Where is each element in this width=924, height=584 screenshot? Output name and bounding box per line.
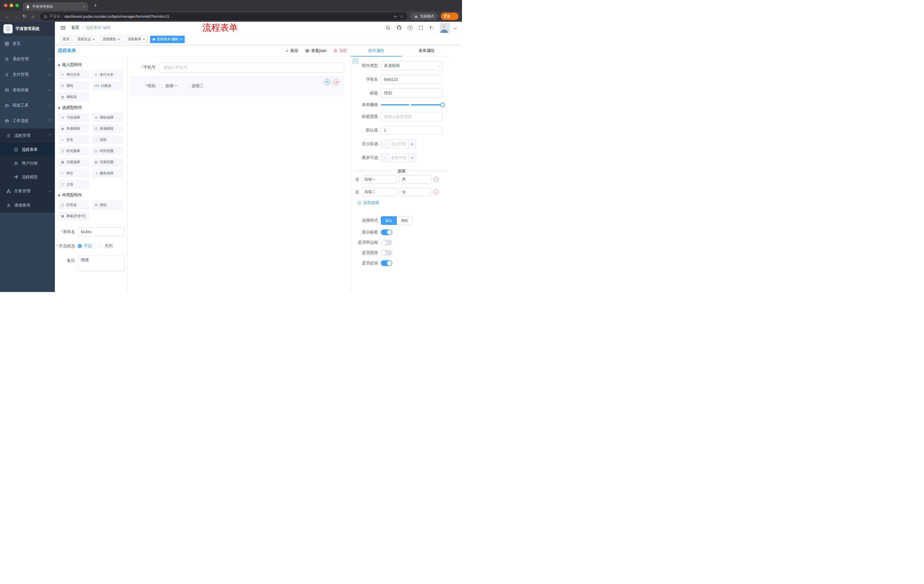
back-icon[interactable]: ← xyxy=(3,13,11,20)
gender-option-1[interactable]: 选项一 xyxy=(159,84,177,89)
tag-process-definition[interactable]: 流程定义 × xyxy=(74,36,97,43)
option-label-input[interactable] xyxy=(361,175,397,184)
tag-close-icon[interactable]: × xyxy=(143,38,145,41)
component-item-color-picker[interactable]: ◑颜色选择 xyxy=(92,169,123,178)
sidebar-item-task-management[interactable]: 任务管理 xyxy=(0,184,55,198)
component-item-rate[interactable]: ☆评分 xyxy=(58,169,89,178)
help-icon[interactable]: ? xyxy=(408,25,412,30)
breadcrumb-home[interactable]: 首页 xyxy=(71,25,79,30)
style-default-button[interactable]: 默认 xyxy=(381,216,397,225)
style-button-button[interactable]: 按钮 xyxy=(397,216,412,225)
decrease-button[interactable]: − xyxy=(381,140,389,148)
sidebar-item-home[interactable]: 首页 xyxy=(0,36,55,51)
browser-tab[interactable]: 芋道管理系统 × xyxy=(23,2,88,11)
component-item-time-picker[interactable]: ◷时间选择 xyxy=(58,146,89,155)
tag-process-form-edit[interactable]: 流程表单-编辑 × xyxy=(150,36,185,43)
gender-option-2[interactable]: 选项二 xyxy=(185,84,203,89)
home-icon[interactable]: ⌂ xyxy=(29,13,36,20)
component-item-date-range[interactable]: ▥日期范围 xyxy=(92,158,123,166)
font-size-icon[interactable]: T↕ xyxy=(429,25,434,30)
window-zoom-button[interactable] xyxy=(15,4,19,7)
delete-component-button[interactable] xyxy=(333,79,339,85)
min-select-value[interactable]: 至少应选 xyxy=(389,140,408,148)
component-item-cascader[interactable]: ⋔级联选择 xyxy=(92,113,123,122)
reload-icon[interactable]: ↻ xyxy=(21,13,28,20)
component-item-date-picker[interactable]: ▦日期选择 xyxy=(58,158,89,166)
slider-handle[interactable] xyxy=(440,102,445,107)
canvas-field-gender-selected[interactable]: *性别 选项一 选项二 xyxy=(130,76,344,97)
window-close-button[interactable] xyxy=(4,4,7,7)
remove-option-button[interactable]: − xyxy=(434,177,439,182)
sidebar-item-system[interactable]: 系统管理 xyxy=(0,51,55,67)
label-width-input[interactable] xyxy=(381,112,442,121)
component-item-slider[interactable]: ↔滑块 xyxy=(92,135,123,144)
component-item-multi-line-text[interactable]: ≡多行文本 xyxy=(92,70,123,79)
component-item-password[interactable]: ⊡密码 xyxy=(58,81,89,90)
component-item-time-range[interactable]: ◴时间范围 xyxy=(92,146,123,155)
data-binding-link-button[interactable] xyxy=(353,58,358,64)
tag-home[interactable]: 首页 xyxy=(60,36,72,43)
status-radio-on[interactable]: 开启 xyxy=(78,243,92,248)
component-item-row-container[interactable]: ◫行容器 xyxy=(58,201,89,209)
tab-form-props[interactable]: 表单属性 xyxy=(401,45,452,56)
sidebar-item-leave-query[interactable]: 请假查询 xyxy=(0,198,55,212)
drag-handle-icon[interactable] xyxy=(355,190,360,194)
field-name-input[interactable] xyxy=(381,75,442,84)
option-value-input[interactable] xyxy=(399,175,431,184)
tag-process-model[interactable]: 流程模型 × xyxy=(100,36,122,43)
key-icon[interactable] xyxy=(393,14,398,18)
sidebar-item-infrastructure[interactable]: 基础设施 xyxy=(0,82,55,98)
sidebar-item-process-management[interactable]: 流程管理 xyxy=(0,128,55,143)
sidebar-item-workflow[interactable]: 工作流程 xyxy=(0,113,55,128)
increase-button[interactable]: + xyxy=(408,153,416,162)
disabled-switch[interactable] xyxy=(381,250,392,256)
component-item-upload[interactable]: ↥上传 xyxy=(58,180,89,189)
default-value-input[interactable] xyxy=(381,126,442,135)
tab-close-icon[interactable]: × xyxy=(83,5,85,9)
border-switch[interactable] xyxy=(381,240,392,245)
decrease-button[interactable]: − xyxy=(381,153,389,162)
remove-option-button[interactable]: − xyxy=(434,189,439,194)
sidebar-item-payment[interactable]: 支付管理 xyxy=(0,67,55,82)
avatar[interactable] xyxy=(440,23,450,33)
tag-close-icon[interactable]: × xyxy=(118,38,120,41)
forward-icon[interactable]: → xyxy=(12,13,20,20)
tab-component-props[interactable]: 组件属性 xyxy=(351,45,401,56)
increase-button[interactable]: + xyxy=(408,140,416,148)
address-bar[interactable]: 不安全 dashboard.yudao.iocoder.cn/bpm/manag… xyxy=(40,12,407,20)
component-item-button[interactable]: ⊞按钮 xyxy=(92,201,123,209)
component-item-counter[interactable]: 123计数器 xyxy=(92,81,123,90)
bookmark-star-icon[interactable]: ☆ xyxy=(400,14,403,18)
grid-slider[interactable] xyxy=(381,104,442,105)
component-item-radio-group[interactable]: ◉单选框组 xyxy=(58,124,89,133)
sidebar-toggle-icon[interactable] xyxy=(59,25,67,31)
component-item-editor[interactable]: ▤编辑器 xyxy=(58,92,89,101)
drag-handle-icon[interactable] xyxy=(355,178,360,182)
add-option-button[interactable]: + 添加选项 xyxy=(357,200,452,206)
github-icon[interactable] xyxy=(396,25,402,30)
max-select-value[interactable]: 最多可选 xyxy=(389,153,408,162)
option-value-input[interactable] xyxy=(399,188,431,196)
tag-close-icon[interactable]: × xyxy=(92,38,95,41)
sidebar-item-devtools[interactable]: 研发工具 xyxy=(0,98,55,113)
component-type-select[interactable]: 多选框组 xyxy=(381,61,442,70)
tag-process-form[interactable]: 流程表单 × xyxy=(125,36,147,43)
component-item-switch[interactable]: ◐开关 xyxy=(58,135,89,144)
clear-button[interactable]: 清空 xyxy=(333,48,347,53)
form-name-input[interactable] xyxy=(78,227,124,236)
phone-input[interactable] xyxy=(159,62,344,72)
sidebar-item-process-form[interactable]: 流程表单 xyxy=(0,143,55,156)
component-item-select[interactable]: ⊙下拉选择 xyxy=(58,113,89,122)
save-button[interactable]: ✓ 保存 xyxy=(285,48,299,53)
user-menu-caret-icon[interactable] xyxy=(454,26,457,29)
component-item-table[interactable]: ▦表格[开发中] xyxy=(58,212,89,220)
copy-component-button[interactable] xyxy=(324,79,330,85)
window-minimize-button[interactable] xyxy=(10,4,13,7)
status-radio-off[interactable]: 关闭 xyxy=(99,243,113,248)
required-switch[interactable] xyxy=(381,260,392,266)
search-icon[interactable] xyxy=(386,25,391,30)
sidebar-item-process-model[interactable]: 流程模型 xyxy=(0,170,55,184)
canvas-field-phone[interactable]: *手机号 xyxy=(130,62,344,72)
component-item-single-line-text[interactable]: ▭单行文本 xyxy=(58,70,89,79)
component-item-checkbox-group[interactable]: ☑多选框组 xyxy=(92,124,123,133)
